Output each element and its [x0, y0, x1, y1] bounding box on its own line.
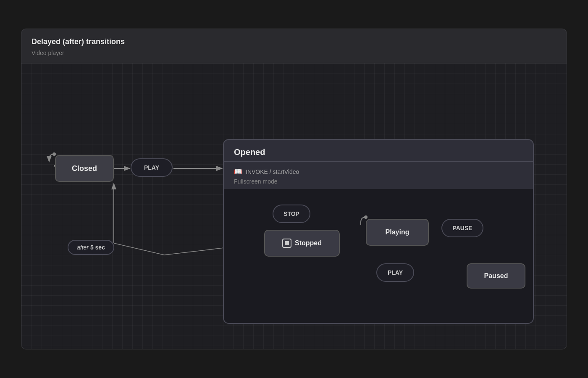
diagram-area: Closed PLAY Opened 📖 INVOKE / startVideo… — [21, 63, 567, 349]
after-italic: after — [77, 244, 89, 251]
closed-label: Closed — [72, 164, 97, 173]
play-main-label: PLAY — [144, 164, 159, 171]
event-play-main[interactable]: PLAY — [131, 158, 173, 177]
svg-point-13 — [52, 152, 56, 156]
event-pause[interactable]: PAUSE — [441, 219, 483, 237]
event-stop[interactable]: STOP — [273, 205, 310, 223]
svg-line-12 — [114, 243, 164, 255]
stop-square — [285, 241, 289, 245]
opened-fullscreen: Fullscreen mode — [224, 178, 288, 189]
playing-label: Playing — [386, 228, 410, 236]
opened-invoke: 📖 INVOKE / startVideo — [224, 162, 309, 178]
card-header: Delayed (after) transitions Video player — [21, 29, 567, 63]
book-icon: 📖 — [234, 168, 242, 176]
play-inner-label: PLAY — [388, 269, 403, 276]
stop-label: STOP — [284, 210, 299, 217]
after-delay-label: after 5 sec — [68, 240, 114, 255]
state-stopped[interactable]: Stopped — [264, 230, 340, 257]
main-card: Delayed (after) transitions Video player — [21, 29, 567, 349]
card-title: Delayed (after) transitions — [32, 37, 556, 46]
fullscreen-label: Fullscreen mode — [234, 178, 278, 185]
paused-label: Paused — [484, 272, 508, 280]
invoke-label: INVOKE / startVideo — [246, 168, 299, 175]
opened-title: Opened — [234, 147, 265, 157]
opened-header: Opened — [224, 140, 533, 162]
stopped-label: Stopped — [295, 239, 322, 247]
card-subtitle: Video player — [32, 50, 556, 56]
initial-arrow-closed — [46, 152, 56, 162]
state-closed[interactable]: Closed — [55, 155, 114, 182]
after-duration: 5 sec — [89, 244, 105, 251]
state-playing[interactable]: Playing — [366, 219, 429, 246]
svg-point-14 — [364, 215, 368, 219]
pause-label: PAUSE — [452, 225, 472, 231]
state-paused[interactable]: Paused — [467, 263, 525, 289]
stop-icon — [282, 239, 291, 248]
event-play-inner[interactable]: PLAY — [376, 263, 414, 282]
